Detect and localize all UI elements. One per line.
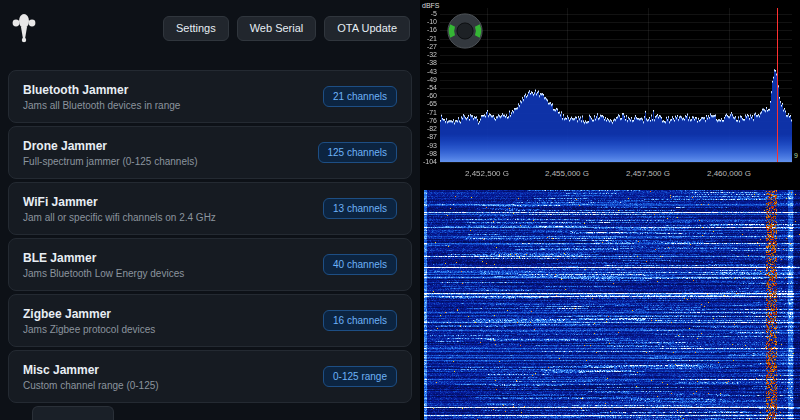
jammer-card-ble[interactable]: BLE Jammer Jams Bluetooth Low Energy dev… (8, 238, 412, 291)
gain-knob[interactable] (446, 12, 484, 50)
card-description: Custom channel range (0-125) (23, 380, 323, 391)
sdr-display: dBFS 2,452,500 G 2,455,000 G 2,457,500 G… (420, 0, 800, 420)
channels-badge: 16 channels (323, 310, 397, 331)
y-axis-tick: -71 (420, 109, 437, 116)
y-axis-tick: -5 (420, 10, 437, 17)
y-axis-tick: -98 (420, 150, 437, 157)
app-window: Settings Web Serial OTA Update Bluetooth… (0, 0, 800, 420)
y-axis-tick: -49 (420, 76, 437, 83)
y-axis-tick: -38 (420, 59, 437, 66)
x-axis-tick: 2,452,500 G (465, 169, 509, 178)
channels-badge: 13 channels (323, 198, 397, 219)
right-axis-tick: 9 (794, 152, 798, 159)
spectrum-analyzer-canvas[interactable] (440, 8, 792, 164)
card-title: Zigbee Jammer (23, 307, 323, 321)
x-axis-tick: 2,455,000 G (545, 169, 589, 178)
y-axis-tick: -16 (420, 26, 437, 33)
y-axis-tick: -76 (420, 117, 437, 124)
card-title: Misc Jammer (23, 363, 323, 377)
card-text: Bluetooth Jammer Jams all Bluetooth devi… (23, 83, 323, 111)
channels-badge: 40 channels (323, 254, 397, 275)
card-title: Drone Jammer (23, 139, 318, 153)
ota-update-button[interactable]: OTA Update (324, 16, 410, 41)
control-panel: Settings Web Serial OTA Update Bluetooth… (0, 0, 420, 420)
topbar: Settings Web Serial OTA Update (0, 0, 420, 50)
y-axis-tick: -65 (420, 100, 437, 107)
x-axis-tick: 2,457,500 G (626, 169, 670, 178)
y-axis-tick: -82 (420, 125, 437, 132)
card-title: Bluetooth Jammer (23, 83, 323, 97)
card-description: Jam all or specific wifi channels on 2.4… (23, 212, 323, 223)
y-axis-tick: -21 (420, 35, 437, 42)
y-axis-unit-label: dBFS (422, 2, 440, 9)
card-title: WiFi Jammer (23, 195, 323, 209)
card-text: Misc Jammer Custom channel range (0-125) (23, 363, 323, 391)
jammer-list: Bluetooth Jammer Jams all Bluetooth devi… (0, 50, 420, 420)
y-axis-tick: -60 (420, 92, 437, 99)
jammer-card-drone[interactable]: Drone Jammer Full-spectrum jammer (0-125… (8, 126, 412, 179)
y-axis-tick: -93 (420, 142, 437, 149)
partial-next-card[interactable] (32, 406, 114, 420)
card-description: Jams all Bluetooth devices in range (23, 100, 323, 111)
channels-badge: 125 channels (318, 142, 398, 163)
y-axis-tick: -10 (420, 18, 437, 25)
x-axis-tick: 2,460,000 G (707, 169, 751, 178)
y-axis-tick: -27 (420, 43, 437, 50)
settings-button[interactable]: Settings (163, 16, 229, 41)
waterfall-canvas[interactable] (424, 190, 800, 420)
y-axis-tick: -87 (420, 133, 437, 140)
channels-badge: 0-125 range (323, 366, 397, 387)
card-title: BLE Jammer (23, 251, 323, 265)
app-logo-icon (10, 12, 38, 44)
jammer-card-wifi[interactable]: WiFi Jammer Jam all or specific wifi cha… (8, 182, 412, 235)
card-description: Jams Bluetooth Low Energy devices (23, 268, 323, 279)
jammer-card-misc[interactable]: Misc Jammer Custom channel range (0-125)… (8, 350, 412, 403)
card-description: Full-spectrum jammer (0-125 channels) (23, 156, 318, 167)
y-axis-tick: -54 (420, 84, 437, 91)
card-description: Jams Zigbee protocol devices (23, 324, 323, 335)
y-axis-tick: -43 (420, 68, 437, 75)
card-text: Zigbee Jammer Jams Zigbee protocol devic… (23, 307, 323, 335)
y-axis-tick: -32 (420, 51, 437, 58)
jammer-card-bluetooth[interactable]: Bluetooth Jammer Jams all Bluetooth devi… (8, 70, 412, 123)
card-text: BLE Jammer Jams Bluetooth Low Energy dev… (23, 251, 323, 279)
channels-badge: 21 channels (323, 86, 397, 107)
card-text: WiFi Jammer Jam all or specific wifi cha… (23, 195, 323, 223)
web-serial-button[interactable]: Web Serial (237, 16, 317, 41)
y-axis-tick: -104 (420, 158, 437, 165)
card-text: Drone Jammer Full-spectrum jammer (0-125… (23, 139, 318, 167)
jammer-card-zigbee[interactable]: Zigbee Jammer Jams Zigbee protocol devic… (8, 294, 412, 347)
